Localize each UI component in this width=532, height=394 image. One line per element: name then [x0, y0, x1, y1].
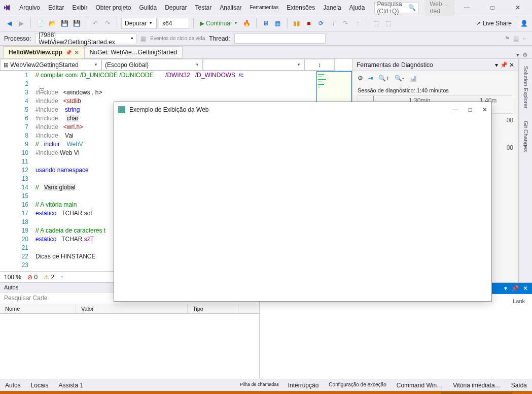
continue-button[interactable]: ▶ Continuar ▼	[198, 18, 240, 29]
tool-icon-2[interactable]: ⬚	[383, 18, 394, 28]
platform-dropdown[interactable]: x64	[159, 18, 189, 29]
col-name[interactable]: Nome	[0, 304, 76, 313]
member-scope-dropdown[interactable]: ▼	[203, 59, 304, 71]
search-placeholder: Pesquisa (Ctrl+Q)	[377, 1, 408, 15]
save-icon[interactable]: 💾	[59, 18, 69, 28]
menu-exibir[interactable]: Exibir	[68, 2, 91, 13]
export-icon[interactable]: ⇥	[368, 75, 373, 82]
cs-pin-icon[interactable]: 📌	[511, 285, 519, 292]
menu-analisar[interactable]: Analisar	[216, 2, 245, 13]
process-label: Processo:	[4, 35, 31, 42]
step-out-icon[interactable]: ↑	[352, 18, 363, 28]
thread-dropdown[interactable]	[234, 34, 326, 44]
pane-dropdown-icon[interactable]: ▾	[495, 61, 498, 69]
main-toolbar: ◀ ▶ 📄 📂 💾 💾 ↶ ↷ Depurar ▼ x64 ▶ Continua…	[0, 15, 532, 31]
flag-icon[interactable]: ⚑	[505, 35, 510, 42]
tab-output[interactable]: Saída	[506, 380, 532, 391]
autos-search-input[interactable]: Pesquisar Carle	[4, 294, 47, 302]
global-scope-dropdown[interactable]: (Escopo Global)▼	[101, 59, 203, 71]
restart-icon[interactable]: ⟳	[316, 18, 326, 28]
hot-reload-icon[interactable]: 🔥	[242, 18, 252, 28]
browse-icon[interactable]: 🖥	[261, 18, 271, 28]
chart-icon[interactable]: 📊	[409, 75, 417, 82]
project-scope-dropdown[interactable]: ⊞ WebView2GettingStarted▼	[0, 59, 101, 71]
nav-up-icon[interactable]: ↑	[60, 274, 63, 281]
account-icon[interactable]: 👤	[520, 20, 528, 27]
menu-editar[interactable]: Editar	[45, 2, 67, 13]
zoom-out-icon[interactable]: 🔍-	[395, 75, 404, 82]
process-dropdown[interactable]: [7988] WebView2GettingStarted.ex •	[35, 33, 136, 44]
tab-command-window[interactable]: Command Win…	[392, 380, 448, 391]
stop-icon[interactable]: ■	[304, 18, 314, 28]
maximize-button[interactable]: □	[481, 1, 504, 15]
step-into-icon[interactable]: ↓	[328, 18, 338, 28]
tab-hellowebview[interactable]: HelloWebView.cpp 📌 ✕	[3, 46, 84, 58]
forward-icon[interactable]: ▶	[16, 18, 26, 28]
split-editor-button[interactable]: ↕	[304, 59, 335, 71]
webview-maximize-button[interactable]: □	[469, 106, 472, 113]
cs-dropdown-icon[interactable]: ▾	[504, 285, 507, 292]
redo-icon[interactable]: ↷	[102, 18, 113, 28]
tab-dropdown-icon[interactable]: ▾	[516, 51, 519, 58]
stack-icon[interactable]: ▤	[513, 35, 519, 42]
tab-gear-icon[interactable]: ⚙	[522, 51, 528, 58]
tab-breakpoints[interactable]: Interrupção	[283, 380, 324, 391]
menu-obter projeto[interactable]: Obter projeto	[92, 2, 134, 13]
minimap[interactable]: ▬▬▬▬▬▬▬▬▬▬▬▬▬▬▬	[316, 71, 352, 104]
tool-icon-1[interactable]: ⬚	[371, 18, 381, 28]
menu-depurar[interactable]: Depurar	[161, 2, 190, 13]
right-rail: Solution Explorer Git Changes	[519, 59, 532, 282]
save-all-icon[interactable]: 💾	[72, 18, 82, 28]
pane-pin-icon[interactable]: 📌	[500, 61, 508, 69]
pane-close-icon[interactable]: ✕	[509, 61, 514, 69]
webview-title: Exemplo de Exibição da Web	[129, 106, 209, 113]
editor-tabs: HelloWebView.cpp 📌 ✕ NuGet: WebVie…Getti…	[0, 46, 532, 59]
menu-arquivo[interactable]: Arquivo	[16, 2, 44, 13]
back-icon[interactable]: ◀	[4, 18, 14, 28]
tab-immediate[interactable]: Vitória imediata…	[448, 380, 506, 391]
menu-ajuda[interactable]: Ajuda	[346, 2, 369, 13]
tab-nuget[interactable]: NuGet: WebVie…GettingStarted	[84, 46, 183, 58]
cs-close-icon[interactable]: ✕	[523, 285, 528, 292]
warning-icon: ⚠	[44, 274, 49, 281]
webview-window[interactable]: Exemplo de Exibição da Web — □ ✕	[114, 102, 492, 302]
minimize-button[interactable]: —	[456, 1, 478, 15]
rail-solution-explorer[interactable]: Solution Explorer	[522, 64, 530, 111]
layout-icon[interactable]: ▦	[273, 18, 283, 28]
fold-icon[interactable]: −	[40, 88, 44, 93]
undo-icon[interactable]: ↶	[90, 18, 100, 28]
new-file-icon[interactable]: 📄	[35, 18, 45, 28]
tab-autos[interactable]: Autos	[0, 380, 26, 391]
global-search-input[interactable]: Pesquisa (Ctrl+Q) 🔍	[374, 2, 418, 13]
zoom-in-icon[interactable]: 🔍+	[378, 75, 389, 82]
pause-icon[interactable]: ▮▮	[292, 18, 302, 28]
thread-label: Thread:	[209, 35, 230, 42]
config-dropdown[interactable]: Depurar ▼	[121, 18, 157, 29]
app-icon	[118, 106, 125, 113]
close-button[interactable]: ✕	[507, 1, 529, 15]
tab-locals[interactable]: Locais	[26, 380, 54, 391]
step-over-icon[interactable]: ↷	[340, 18, 350, 28]
tab-close-icon[interactable]: ✕	[75, 50, 79, 55]
menu-extensões[interactable]: Extensões	[283, 2, 318, 13]
menu-testar[interactable]: Testar	[192, 2, 216, 13]
menu-guilda[interactable]: Guilda	[135, 2, 160, 13]
webview-close-button[interactable]: ✕	[482, 106, 487, 113]
tab-exception-settings[interactable]: Configuração de exceção	[324, 380, 391, 391]
pin-icon[interactable]: 📌	[65, 50, 72, 55]
zoom-level[interactable]: 100 %	[4, 274, 21, 281]
arrow-icon[interactable]: ↔	[522, 35, 528, 42]
gear-icon[interactable]: ⚙	[358, 75, 363, 82]
rail-git-changes[interactable]: Git Changes	[522, 119, 530, 154]
menu-janela[interactable]: Janela	[320, 2, 344, 13]
tab-watch1[interactable]: Assista 1	[53, 380, 88, 391]
search-icon: 🔍	[408, 4, 416, 11]
lifecycle-icon[interactable]: ▦	[140, 35, 146, 42]
col-value[interactable]: Valor	[76, 304, 188, 313]
open-icon[interactable]: 📂	[47, 18, 57, 28]
webview-minimize-button[interactable]: —	[452, 106, 458, 113]
menu-ferramentas[interactable]: Ferramentas	[246, 3, 282, 12]
tab-callstack[interactable]: Pilha de chamadas	[236, 380, 283, 391]
col-type[interactable]: Tipo	[188, 304, 238, 313]
liveshare-button[interactable]: Live Share	[483, 20, 512, 27]
